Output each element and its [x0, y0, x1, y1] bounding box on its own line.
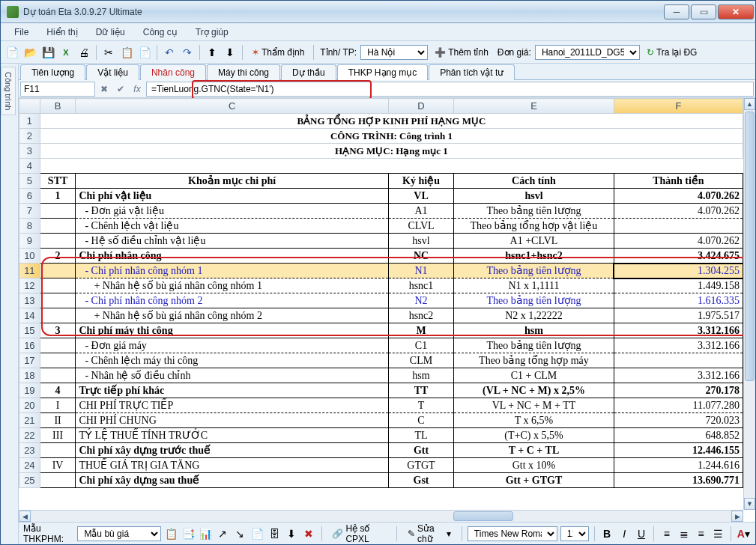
- redo-icon[interactable]: ↷: [179, 44, 196, 61]
- cell-calc[interactable]: Theo bảng tiên lượng: [454, 204, 614, 219]
- export-excel-icon[interactable]: X: [58, 44, 74, 61]
- cell-sym[interactable]: TL: [388, 428, 453, 443]
- cell-sym[interactable]: GTGT: [388, 458, 453, 473]
- tab-maythicong[interactable]: Máy thi công: [207, 64, 280, 80]
- sort-desc-icon[interactable]: ⬇: [222, 44, 238, 61]
- cell-calc[interactable]: Theo bảng tiên lượng: [454, 293, 614, 308]
- menu-file[interactable]: File: [7, 25, 36, 39]
- close-button[interactable]: ✕: [718, 4, 754, 19]
- spreadsheet-grid[interactable]: B C D E F 1BẢNG TỔNG HỢP KINH PHÍ HẠNG M…: [19, 98, 743, 510]
- cell-val[interactable]: 12.446.155: [614, 443, 743, 458]
- suachu-button[interactable]: ✎Sửa chữ▾: [402, 526, 456, 542]
- cell-stt[interactable]: [40, 473, 76, 488]
- cell-name[interactable]: - Chênh lệch máy thi công: [76, 353, 389, 368]
- cell-name[interactable]: CHI PHÍ CHUNG: [76, 413, 389, 428]
- cell-stt[interactable]: 1: [40, 189, 76, 204]
- row-header-7[interactable]: 7: [19, 204, 40, 219]
- row-header-15[interactable]: 15: [19, 323, 40, 338]
- cell-calc[interactable]: Theo bảng tiên lượng: [454, 264, 614, 278]
- align-left-icon[interactable]: ≡: [659, 526, 674, 542]
- cell-calc[interactable]: C1 + CLM: [454, 368, 614, 383]
- row-header-9[interactable]: 9: [19, 234, 40, 249]
- cell-name[interactable]: - Nhân hệ số điều chỉnh: [76, 368, 389, 383]
- sb-btn1[interactable]: 📋: [164, 526, 178, 542]
- cell-sym[interactable]: T: [388, 398, 453, 413]
- cell-stt[interactable]: III: [40, 428, 76, 443]
- cell-calc[interactable]: Gtt + GTGT: [454, 473, 614, 488]
- cell-name[interactable]: THUẾ GIÁ TRỊ GIA TĂNG: [76, 458, 389, 473]
- cell-val[interactable]: [614, 353, 743, 368]
- tham-dinh-button[interactable]: ✶Thẩm định: [247, 44, 309, 61]
- undo-icon[interactable]: ↶: [161, 44, 178, 61]
- align-center-icon[interactable]: ≣: [677, 526, 691, 542]
- menu-trogiup[interactable]: Trợ giúp: [188, 25, 236, 39]
- cell-stt[interactable]: II: [40, 413, 76, 428]
- scroll-right-icon[interactable]: ▶: [731, 511, 743, 522]
- copy-icon[interactable]: 📋: [118, 44, 135, 61]
- cell-calc[interactable]: hsvl: [454, 189, 614, 204]
- cell-val[interactable]: 720.023: [614, 413, 743, 428]
- cell-sym[interactable]: hsnc1: [388, 278, 453, 293]
- scroll-up-icon[interactable]: ▲: [744, 98, 755, 110]
- cell-name[interactable]: + Nhân hệ số bù giá nhân công nhóm 2: [76, 308, 389, 323]
- italic-icon[interactable]: I: [617, 526, 632, 542]
- cell-name[interactable]: Chi phí xây dựng sau thuế: [76, 473, 389, 488]
- row-header-12[interactable]: 12: [19, 278, 40, 293]
- vertical-scrollbar[interactable]: ▲ ▼: [743, 98, 755, 510]
- row-header-1[interactable]: 1: [19, 114, 40, 129]
- cell-stt[interactable]: [40, 219, 76, 234]
- cell-name[interactable]: - Chi phí nhân công nhóm 2: [76, 293, 389, 308]
- row-header-8[interactable]: 8: [19, 219, 40, 234]
- sb-btn8[interactable]: ⬇: [285, 526, 299, 542]
- cell-val[interactable]: 1.975.517: [614, 308, 743, 323]
- cell-name[interactable]: Trực tiếp phí khác: [76, 383, 389, 398]
- cell-calc[interactable]: T x 6,5%: [454, 413, 614, 428]
- cell-val[interactable]: 4.070.262: [614, 234, 743, 249]
- cell-name[interactable]: - Đơn giá máy: [76, 338, 389, 353]
- font-select[interactable]: Times New Roman: [468, 526, 557, 541]
- cell-val[interactable]: 270.178: [614, 383, 743, 398]
- vscroll-thumb[interactable]: [745, 112, 755, 381]
- cell-calc[interactable]: VL + NC + M + TT: [454, 398, 614, 413]
- cell-calc[interactable]: (T+C) x 5,5%: [454, 428, 614, 443]
- cell-stt[interactable]: [40, 264, 76, 278]
- cell-sym[interactable]: TT: [388, 383, 453, 398]
- cell-stt[interactable]: I: [40, 398, 76, 413]
- row-header-22[interactable]: 22: [19, 428, 40, 443]
- hscroll-thumb[interactable]: [453, 511, 513, 521]
- cell-val[interactable]: 1.304.255: [614, 264, 743, 278]
- cell-stt[interactable]: IV: [40, 458, 76, 473]
- cell-calc[interactable]: hsm: [454, 323, 614, 338]
- fontcolor-icon[interactable]: A▾: [737, 526, 751, 542]
- heso-button[interactable]: 🔗Hệ số CPXL: [327, 526, 391, 542]
- row-header-2[interactable]: 2: [19, 129, 40, 144]
- menu-hienthi[interactable]: Hiển thị: [39, 25, 85, 39]
- sb-delete-icon[interactable]: ✖: [302, 526, 316, 542]
- cell-calc[interactable]: Theo bảng tổng hợp vật liệu: [454, 219, 614, 234]
- cell-stt[interactable]: 4: [40, 383, 76, 398]
- row-header-3[interactable]: 3: [19, 144, 40, 159]
- cell-calc[interactable]: A1 +CLVL: [454, 234, 614, 249]
- open-icon[interactable]: 📂: [22, 44, 38, 61]
- cell-name[interactable]: CHI PHÍ TRỰC TIẾP: [76, 398, 389, 413]
- menu-dulieu[interactable]: Dữ liệu: [88, 25, 133, 39]
- cell-calc[interactable]: Gtt x 10%: [454, 458, 614, 473]
- row-header-18[interactable]: 18: [19, 368, 40, 383]
- col-header-C[interactable]: C: [76, 99, 389, 114]
- row-header-5[interactable]: 5: [19, 174, 40, 189]
- cell-val[interactable]: 1.244.616: [614, 458, 743, 473]
- cell-val[interactable]: 4.070.262: [614, 189, 743, 204]
- cell-reference[interactable]: F11: [20, 82, 95, 97]
- cell-calc[interactable]: Theo bảng tổng hợp máy: [454, 353, 614, 368]
- sb-btn6[interactable]: 📄: [250, 526, 264, 542]
- maximize-button[interactable]: ▭: [691, 4, 716, 19]
- bold-icon[interactable]: B: [600, 526, 614, 542]
- cell-sym[interactable]: hsnc2: [388, 308, 453, 323]
- cell-val[interactable]: [614, 219, 743, 234]
- row-header-13[interactable]: 13: [19, 293, 40, 308]
- underline-icon[interactable]: U: [635, 526, 649, 542]
- don-gia-select[interactable]: Hanoi_2011LD_DG5479: [535, 45, 640, 60]
- row-header-6[interactable]: 6: [19, 189, 40, 204]
- them-tinh-button[interactable]: ➕Thêm tỉnh: [429, 44, 494, 61]
- cut-icon[interactable]: ✂: [100, 44, 117, 61]
